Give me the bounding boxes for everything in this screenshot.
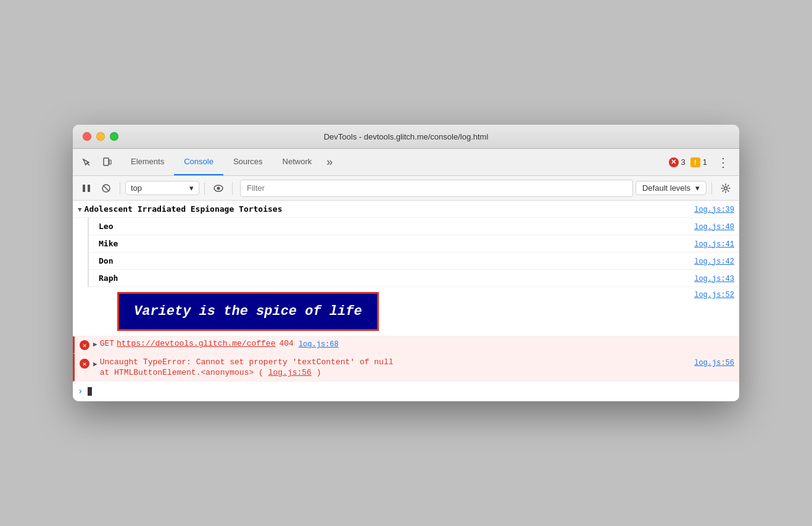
levels-select[interactable]: Default levels ▾ <box>636 181 706 195</box>
error-code: 404 <box>279 339 293 348</box>
list-item: Leo log.js:40 <box>89 218 739 235</box>
expand-arrow-network[interactable]: ▶ <box>93 339 97 348</box>
error-link-typeerror-inline[interactable]: log.js:56 <box>268 368 312 377</box>
error-icon-network: ✕ <box>80 340 89 350</box>
filter-input[interactable] <box>240 180 633 197</box>
variety-box: Variety is the spice of life <box>117 292 379 331</box>
error-line1: Uncaught TypeError: Cannot set property … <box>100 357 394 367</box>
console-input-row: › <box>73 382 739 401</box>
error-url[interactable]: https://devtools.glitch.me/coffee <box>117 339 275 348</box>
error-link-1[interactable]: log.js:68 <box>299 339 339 349</box>
variety-text: Variety is the spice of life <box>134 304 362 319</box>
svg-rect-3 <box>83 185 85 192</box>
warning-badge[interactable]: ! 1 <box>690 157 707 167</box>
expand-arrow[interactable]: ▼ <box>78 205 82 214</box>
svg-point-8 <box>217 186 220 190</box>
error-row-typeerror: ✕ ▶ Uncaught TypeError: Cannot set prope… <box>73 354 739 382</box>
child-link-don[interactable]: log.js:42 <box>694 256 734 266</box>
window-title: DevTools - devtools.glitch.me/console/lo… <box>324 132 489 141</box>
minimize-button[interactable] <box>96 132 105 141</box>
svg-line-0 <box>87 163 89 165</box>
child-text-raph: Raph <box>99 273 689 283</box>
warning-icon: ! <box>690 157 700 167</box>
error-link-2[interactable]: log.js:56 <box>694 357 734 367</box>
clear-icon[interactable] <box>97 180 115 197</box>
traffic-lights <box>83 132 118 141</box>
child-link-mike[interactable]: log.js:41 <box>694 239 734 249</box>
toolbar-divider-2 <box>204 182 205 194</box>
close-button[interactable] <box>83 132 91 141</box>
tab-elements[interactable]: Elements <box>121 149 174 175</box>
error-text-line1: Uncaught TypeError: Cannot set property … <box>100 357 394 367</box>
error-text-line2: at HTMLButtonElement.<anonymous> ( <box>100 368 263 377</box>
list-item: Raph log.js:43 <box>89 270 739 287</box>
context-selector[interactable]: top ▾ <box>125 181 199 195</box>
toolbar-divider-3 <box>232 182 233 194</box>
settings-icon[interactable] <box>717 180 734 197</box>
error-get-label: GET <box>100 339 114 348</box>
tab-controls <box>78 149 116 175</box>
group-header-link[interactable]: log.js:39 <box>694 204 734 214</box>
tab-menu-button[interactable]: ⋮ <box>712 155 734 170</box>
error-icon-typeerror: ✕ <box>80 359 89 369</box>
child-text-mike: Mike <box>99 239 689 248</box>
tabbar: Elements Console Sources Network » ✕ 3 ! <box>73 149 739 176</box>
error-line2: at HTMLButtonElement.<anonymous> ( log.j… <box>100 368 394 377</box>
variety-link[interactable]: log.js:52 <box>694 290 734 299</box>
error-badge[interactable]: ✕ 3 <box>669 157 686 167</box>
maximize-button[interactable] <box>110 132 118 141</box>
child-link-raph[interactable]: log.js:43 <box>694 273 734 283</box>
inspect-icon[interactable] <box>78 154 95 171</box>
console-area: ▼ Adolescent Irradiated Espionage Tortoi… <box>73 201 739 401</box>
tab-network[interactable]: Network <box>273 149 322 175</box>
toolbar-divider-4 <box>711 182 712 194</box>
svg-rect-2 <box>109 160 111 164</box>
error-row-network: ✕ ▶ GET https://devtools.glitch.me/coffe… <box>73 336 739 354</box>
svg-line-6 <box>104 186 109 191</box>
error-multiline: Uncaught TypeError: Cannot set property … <box>100 357 394 377</box>
child-text-leo: Leo <box>99 222 689 231</box>
group-header-text: Adolescent Irradiated Espionage Tortoise… <box>85 204 690 214</box>
prompt-arrow: › <box>78 386 83 396</box>
tab-errors: ✕ 3 ! 1 ⋮ <box>669 149 734 175</box>
group-children: Leo log.js:40 Mike log.js:41 Don log.js:… <box>88 218 739 287</box>
devtools-window: DevTools - devtools.glitch.me/console/lo… <box>73 125 739 401</box>
group-header[interactable]: ▼ Adolescent Irradiated Espionage Tortoi… <box>73 201 739 218</box>
play-icon[interactable] <box>78 180 95 197</box>
toolbar-divider <box>120 182 120 194</box>
child-text-don: Don <box>99 256 689 265</box>
error-icon: ✕ <box>669 157 679 167</box>
tab-console[interactable]: Console <box>174 149 223 175</box>
cursor <box>88 387 92 396</box>
tab-sources[interactable]: Sources <box>223 149 273 175</box>
titlebar: DevTools - devtools.glitch.me/console/lo… <box>73 125 739 149</box>
list-item: Don log.js:42 <box>89 253 739 270</box>
list-item: Mike log.js:41 <box>89 235 739 253</box>
variety-row: Variety is the spice of life log.js:52 <box>73 287 739 336</box>
svg-rect-4 <box>88 185 90 192</box>
svg-rect-1 <box>104 158 109 165</box>
console-toolbar: top ▾ Default levels ▾ <box>73 176 739 201</box>
child-link-leo[interactable]: log.js:40 <box>694 222 734 232</box>
device-icon[interactable] <box>99 154 116 171</box>
tab-more[interactable]: » <box>321 149 338 175</box>
svg-point-9 <box>724 186 727 190</box>
eye-icon[interactable] <box>210 180 227 197</box>
expand-arrow-typeerror[interactable]: ▶ <box>93 359 97 368</box>
